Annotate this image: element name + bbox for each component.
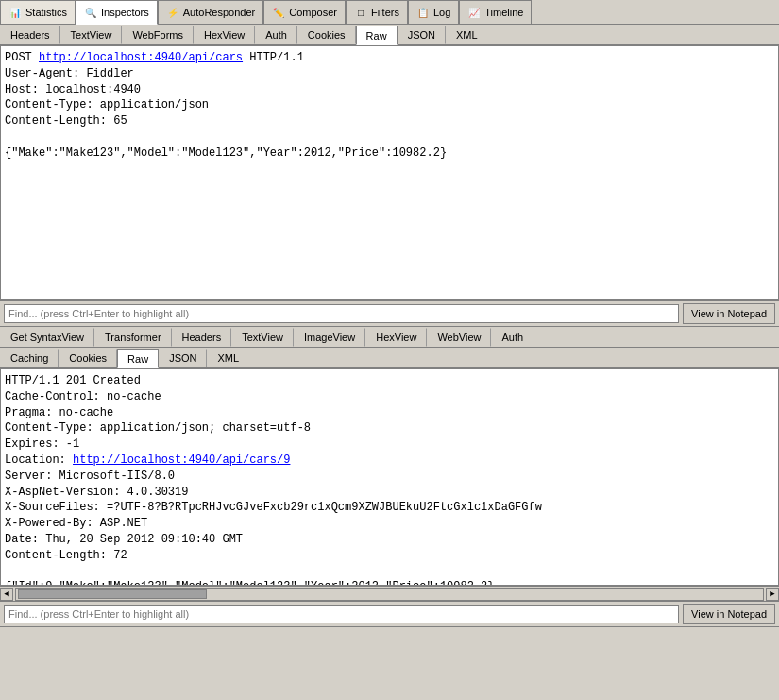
resp-source-files: X-SourceFiles: =?UTF-8?B?RTpcRHJvcGJveFx…	[5, 501, 542, 514]
request-find-bar: View in Notepad	[0, 300, 779, 327]
resp-expires: Expires: -1	[5, 437, 79, 451]
resp-content-type: Content-Type: application/json; charset=…	[5, 421, 311, 435]
req-tab-raw[interactable]: Raw	[356, 26, 398, 45]
request-method: POST	[5, 51, 39, 64]
resp-tab-webview[interactable]: WebView	[427, 328, 491, 347]
request-http-version: HTTP/1.1	[243, 51, 304, 64]
resp-location-prefix: Location:	[5, 453, 73, 467]
tab-inspectors[interactable]: 🔍 Inspectors	[76, 0, 158, 25]
resp-date: Date: Thu, 20 Sep 2012 09:10:40 GMT	[5, 533, 243, 546]
resp-cache-control: Cache-Control: no-cache	[5, 390, 161, 403]
resp-powered-by: X-Powered-By: ASP.NET	[5, 517, 147, 530]
log-icon: 📋	[416, 6, 430, 19]
timeline-icon: 📈	[467, 6, 481, 19]
scrollbar-track[interactable]	[15, 588, 764, 601]
resp-location-url[interactable]: http://localhost:4940/api/cars/9	[73, 453, 290, 467]
response-tabs-row1: Get SyntaxView Transformer Headers TextV…	[0, 327, 779, 348]
tab-statistics[interactable]: 📊 Statistics	[0, 0, 76, 24]
resp-tab-textview[interactable]: TextView	[231, 328, 294, 347]
request-body: {"Make":"Make123","Model":"Model123","Ye…	[5, 146, 447, 160]
request-content-type: Content-Type: application/json	[5, 98, 209, 111]
response-tabs-row2: Caching Cookies Raw JSON XML	[0, 348, 779, 368]
resp-tab-headers[interactable]: Headers	[172, 328, 232, 347]
req-tab-xml[interactable]: XML	[446, 26, 488, 44]
top-tab-bar: 📊 Statistics 🔍 Inspectors ⚡ AutoResponde…	[0, 0, 779, 25]
resp-tab-xml[interactable]: XML	[207, 349, 249, 367]
resp-tab-getsyntaxview[interactable]: Get SyntaxView	[0, 328, 94, 347]
req-tab-auth[interactable]: Auth	[255, 26, 297, 44]
response-section: Get SyntaxView Transformer Headers TextV…	[0, 327, 779, 627]
autoresponder-icon: ⚡	[166, 6, 179, 19]
request-url-link[interactable]: http://localhost:4940/api/cars	[39, 51, 243, 64]
inspectors-icon: 🔍	[84, 6, 97, 19]
scrollbar-thumb[interactable]	[18, 589, 207, 599]
request-content-length: Content-Length: 65	[5, 114, 127, 128]
request-view-notepad-button[interactable]: View in Notepad	[683, 303, 775, 324]
resp-tab-transformer[interactable]: Transformer	[94, 328, 172, 347]
resp-tab-caching[interactable]: Caching	[0, 349, 59, 367]
resp-tab-raw[interactable]: Raw	[117, 349, 159, 368]
tab-autoresponder[interactable]: ⚡ AutoResponder	[158, 0, 263, 24]
response-view-notepad-button[interactable]: View in Notepad	[683, 604, 775, 624]
filters-icon: □	[354, 6, 367, 19]
request-content-panel: POST http://localhost:4940/api/cars HTTP…	[0, 45, 779, 300]
response-scrollbar: ◀ ▶	[0, 586, 779, 601]
scroll-left-arrow[interactable]: ◀	[0, 588, 13, 601]
composer-icon: ✏️	[272, 6, 285, 19]
request-useragent: User-Agent: Fiddler	[5, 67, 134, 80]
statistics-icon: 📊	[8, 6, 22, 19]
resp-tab-hexview[interactable]: HexView	[365, 328, 427, 347]
req-tab-json[interactable]: JSON	[398, 26, 446, 44]
resp-pragma: Pragma: no-cache	[5, 406, 113, 419]
resp-tab-auth[interactable]: Auth	[491, 328, 533, 347]
resp-tab-imageview[interactable]: ImageView	[294, 328, 365, 347]
tab-timeline[interactable]: 📈 Timeline	[459, 0, 532, 24]
req-tab-cookies[interactable]: Cookies	[297, 26, 356, 44]
scroll-right-arrow[interactable]: ▶	[766, 588, 779, 601]
req-tab-textview[interactable]: TextView	[60, 26, 123, 44]
req-tab-webforms[interactable]: WebForms	[122, 26, 194, 44]
req-tab-hexview[interactable]: HexView	[194, 26, 255, 44]
response-content-panel: HTTP/1.1 201 Created Cache-Control: no-c…	[0, 368, 779, 586]
tab-log[interactable]: 📋 Log	[408, 0, 459, 24]
resp-server: Server: Microsoft-IIS/8.0	[5, 470, 175, 483]
response-find-bar: View in Notepad	[0, 601, 779, 627]
resp-tab-json[interactable]: JSON	[159, 349, 207, 367]
resp-tab-cookies[interactable]: Cookies	[59, 349, 117, 367]
resp-aspnet-version: X-AspNet-Version: 4.0.30319	[5, 486, 188, 499]
request-host: Host: localhost:4940	[5, 83, 141, 96]
request-find-input[interactable]	[4, 304, 679, 323]
tab-composer[interactable]: ✏️ Composer	[263, 0, 346, 24]
resp-status: HTTP/1.1 201 Created	[5, 374, 141, 387]
req-tab-headers[interactable]: Headers	[0, 26, 60, 44]
request-sub-tabs: Headers TextView WebForms HexView Auth C…	[0, 25, 779, 45]
response-find-input[interactable]	[4, 605, 679, 623]
resp-content-length: Content-Length: 72	[5, 549, 127, 562]
tab-filters[interactable]: □ Filters	[346, 0, 408, 24]
